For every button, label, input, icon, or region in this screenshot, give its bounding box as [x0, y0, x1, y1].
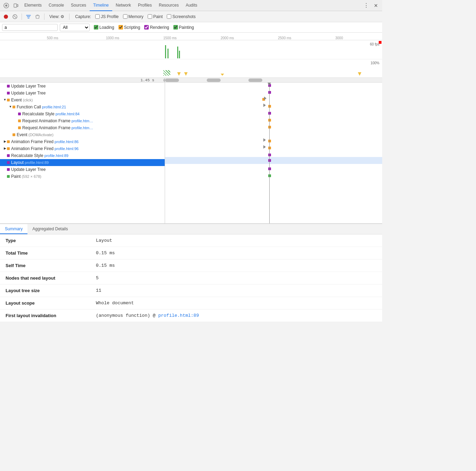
- stop-button[interactable]: [11, 13, 19, 20]
- toggle-event-click[interactable]: ▼: [3, 98, 7, 102]
- devtools-tab-bar: Elements Console Sources Timeline Networ…: [0, 0, 382, 11]
- more-tabs-icon[interactable]: ⋮: [361, 1, 371, 10]
- tree-row-update-layer-3[interactable]: Update Layer Tree: [0, 166, 165, 173]
- tree-row-event-domactivate[interactable]: Event (DOMActivate): [0, 131, 165, 138]
- memory-option[interactable]: Memory: [123, 14, 143, 19]
- timeline-scrollbar-right[interactable]: [165, 78, 382, 83]
- label-update-layer-1: Update Layer Tree: [11, 84, 46, 89]
- toggle-function-call[interactable]: ▼: [8, 105, 13, 109]
- tree-row-function-call[interactable]: ▼ Function Call profile.html:21: [0, 104, 165, 110]
- filter-select[interactable]: All Loading Scripting Rendering Painting: [60, 24, 90, 31]
- paint-checkbox[interactable]: [148, 14, 152, 19]
- tree-row-raf-2[interactable]: Request Animation Frame profile.htm…: [0, 124, 165, 131]
- scripting-filter[interactable]: Scripting: [118, 25, 140, 30]
- devtools-logo-icon[interactable]: [1, 1, 11, 10]
- timeline-arrow-row10: [263, 145, 266, 149]
- toggle-layout-89: [3, 160, 7, 165]
- summary-label-first-invalidation: First layout invalidation: [0, 309, 90, 322]
- dot-recalc-89: [7, 154, 10, 157]
- dot-update-layer-3: [7, 168, 10, 171]
- link-raf-2[interactable]: profile.htm…: [72, 126, 93, 130]
- link-aff-86[interactable]: profile.html:86: [55, 140, 79, 144]
- tree-row-paint[interactable]: Paint (592 × 678): [0, 173, 165, 180]
- tree-row-event-click[interactable]: ▼ Event (click): [0, 97, 165, 104]
- search-input[interactable]: [2, 24, 58, 31]
- tab-summary[interactable]: Summary: [0, 224, 27, 234]
- device-mode-icon[interactable]: [11, 1, 21, 10]
- tree-row-update-layer-2[interactable]: Update Layer Tree: [0, 90, 165, 97]
- link-layout-89[interactable]: profile.html:89: [25, 160, 49, 165]
- painting-checkbox[interactable]: [173, 25, 178, 30]
- paint-option[interactable]: Paint: [148, 14, 163, 19]
- tab-profiles[interactable]: Profiles: [134, 0, 155, 11]
- dot-update-layer-2: [7, 92, 10, 94]
- link-function-call[interactable]: profile.html:21: [42, 105, 66, 109]
- screenshots-checkbox[interactable]: [167, 14, 171, 19]
- record-button[interactable]: [2, 13, 10, 20]
- tick-1500ms: 1500 ms: [163, 36, 177, 40]
- tab-audits[interactable]: Audits: [182, 0, 200, 11]
- summary-value-layout-scope: Whole document: [90, 297, 382, 309]
- cpu-label: 100%: [370, 61, 379, 65]
- summary-value-nodes-layout: 5: [90, 272, 382, 284]
- summary-label-self-time: Self Time: [0, 259, 90, 272]
- link-recalc-84[interactable]: profile.html:84: [56, 112, 80, 116]
- screenshots-option[interactable]: Screenshots: [167, 14, 196, 19]
- tick-2000ms: 2000 ms: [221, 36, 234, 40]
- tree-row-aff-96[interactable]: ▶ Animation Frame Fired profile.html:96: [0, 145, 165, 152]
- toggle-paint: [3, 174, 7, 179]
- scripting-filter-label: Scripting: [124, 25, 140, 30]
- tree-row-recalc-style-84[interactable]: Recalculate Style profile.html:84: [0, 110, 165, 117]
- tree-row-update-layer-1[interactable]: Update Layer Tree: [0, 83, 165, 90]
- label-recalc-89: Recalculate Style: [11, 153, 43, 158]
- painting-filter[interactable]: Painting: [173, 25, 194, 30]
- link-raf-1[interactable]: profile.htm…: [72, 119, 93, 123]
- label-raf-2: Request Animation Frame: [22, 125, 71, 130]
- link-aff-96[interactable]: profile.html:96: [55, 147, 79, 151]
- toggle-update-layer-3: [3, 167, 7, 172]
- memory-checkbox[interactable]: [123, 14, 128, 19]
- dot-raf-1: [18, 119, 21, 122]
- label-aff-86: Animation Frame Fired: [11, 139, 54, 144]
- toggle-aff-96[interactable]: ▶: [3, 147, 7, 151]
- js-profile-option[interactable]: JS Profile: [95, 14, 118, 19]
- js-profile-checkbox[interactable]: [95, 14, 100, 19]
- toggle-update-layer-2: [3, 91, 7, 95]
- link-recalc-89[interactable]: profile.html:89: [44, 154, 68, 158]
- toggle-recalc-84: [14, 112, 18, 116]
- tree-row-raf-1[interactable]: Request Animation Frame profile.htm…: [0, 117, 165, 124]
- scripting-checkbox[interactable]: [118, 25, 123, 30]
- close-devtools-icon[interactable]: ✕: [371, 1, 381, 10]
- toggle-aff-86[interactable]: ▶: [3, 140, 7, 144]
- clear-button[interactable]: [34, 13, 41, 20]
- tab-sources[interactable]: Sources: [67, 0, 90, 11]
- loading-checkbox[interactable]: [94, 25, 98, 30]
- tree-row-recalc-89[interactable]: Recalculate Style profile.html:89: [0, 152, 165, 159]
- toggle-update-layer-1: [3, 84, 7, 88]
- tab-resources[interactable]: Resources: [155, 0, 182, 11]
- tab-elements[interactable]: Elements: [21, 0, 45, 11]
- timeline-vertical-line: [269, 83, 270, 223]
- summary-label-layout-tree-size: Layout tree size: [0, 284, 90, 297]
- tab-aggregated[interactable]: Aggregated Details: [27, 224, 73, 234]
- summary-row-type: Type Layout: [0, 234, 382, 247]
- loading-filter[interactable]: Loading: [94, 25, 114, 30]
- rendering-filter[interactable]: Rendering: [144, 25, 169, 30]
- summary-label-type: Type: [0, 234, 90, 247]
- tree-row-layout-89[interactable]: Layout profile.html:89: [0, 159, 165, 166]
- rendering-checkbox[interactable]: [144, 25, 149, 30]
- timeline-scroll-bar-area[interactable]: 1.45 s: [0, 78, 165, 83]
- view-setting-button[interactable]: View: ⚙: [47, 14, 66, 20]
- tab-network[interactable]: Network: [112, 0, 134, 11]
- tree-row-aff-86[interactable]: ▶ Animation Frame Fired profile.html:86: [0, 138, 165, 145]
- loading-filter-label: Loading: [99, 25, 114, 30]
- tab-timeline[interactable]: Timeline: [90, 0, 112, 11]
- dot-recalc-84: [18, 113, 21, 115]
- anon-function-text: (anonymous function) @: [96, 313, 158, 318]
- dot-function-call: [13, 106, 15, 108]
- tab-console[interactable]: Console: [45, 0, 67, 11]
- first-invalidation-link[interactable]: profile.html:89: [158, 313, 199, 318]
- summary-label-nodes-layout: Nodes that need layout: [0, 272, 90, 284]
- filter-button[interactable]: [25, 13, 32, 20]
- filter-checkboxes: Loading Scripting Rendering Painting: [94, 25, 194, 30]
